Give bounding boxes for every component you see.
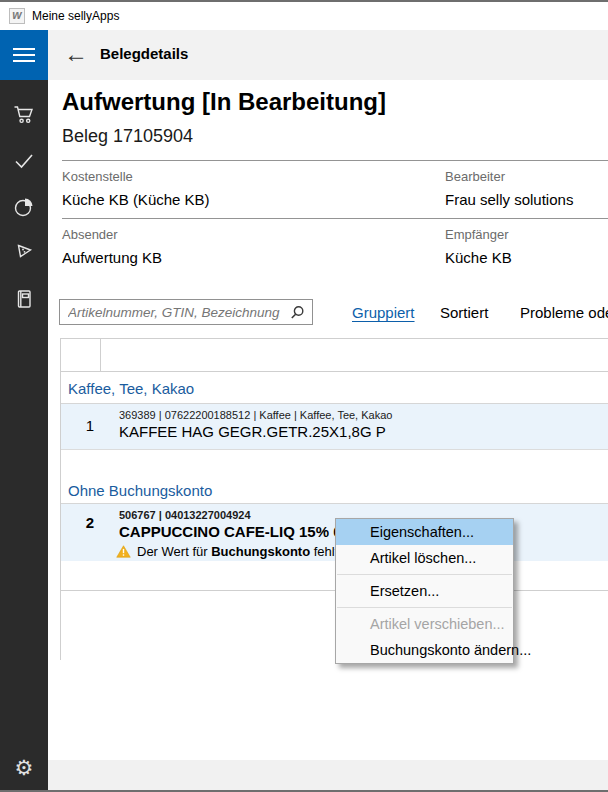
- field-absender: Absender Aufwertung KB: [62, 227, 162, 266]
- window-titlebar: w Meine sellyApps: [0, 2, 608, 30]
- check-icon: [13, 150, 35, 172]
- app-header: ← Belegdetails: [0, 30, 608, 80]
- divider: [62, 218, 608, 219]
- sidebar-item-settings[interactable]: ⚙: [0, 746, 48, 790]
- context-menu: Eigenschaften... Artikel löschen... Erse…: [335, 518, 514, 664]
- sidebar-item-reports[interactable]: [0, 184, 48, 230]
- menu-separator: [337, 574, 512, 575]
- view-tab-sortiert[interactable]: Sortiert: [440, 304, 488, 321]
- article-list: Kaffee, Tee, Kakao 1 369389 | 0762220018…: [60, 338, 608, 660]
- hamburger-menu-button[interactable]: [0, 30, 48, 80]
- row-number: 2: [61, 504, 101, 561]
- flag-icon: [13, 242, 35, 264]
- sidebar-item-labels[interactable]: [0, 230, 48, 276]
- menu-item-artikel-loeschen[interactable]: Artikel löschen...: [336, 545, 513, 571]
- field-value: Frau selly solutions: [445, 191, 573, 208]
- article-meta: 369389 | 07622200188512 | Kaffee | Kaffe…: [119, 409, 608, 421]
- window-border-top: [0, 0, 608, 2]
- row-number: 1: [61, 404, 101, 449]
- menu-item-artikel-verschieben: Artikel verschieben...: [336, 611, 513, 637]
- field-value: Küche KB (Küche KB): [62, 191, 210, 208]
- group-header-ohne-buchungskonto[interactable]: Ohne Buchungskonto: [61, 479, 608, 504]
- article-title: KAFFEE HAG GEGR.GETR.25X1,8G P: [119, 423, 608, 440]
- hamburger-icon: [13, 48, 35, 50]
- search-input[interactable]: [68, 300, 280, 324]
- warning-field-name: Buchungskonto: [211, 544, 310, 559]
- menu-item-eigenschaften[interactable]: Eigenschaften...: [336, 519, 513, 545]
- sidebar-item-catalog[interactable]: [0, 276, 48, 322]
- field-label: Absender: [62, 227, 162, 242]
- back-arrow-icon: ←: [64, 40, 88, 68]
- list-header-number-column: [61, 339, 101, 371]
- sidebar: ⚙: [0, 80, 48, 792]
- window-title: Meine sellyApps: [32, 9, 119, 23]
- bottom-bar: [48, 760, 608, 790]
- field-label: Empfänger: [445, 227, 512, 242]
- field-bearbeiter: Bearbeiter Frau selly solutions: [445, 169, 573, 208]
- settings-gear-icon: ⚙: [15, 756, 34, 780]
- view-tab-probleme[interactable]: Probleme oder Fehler: [520, 304, 608, 321]
- document-title: Aufwertung [In Bearbeitung]: [62, 88, 386, 116]
- sidebar-item-tasks[interactable]: [0, 138, 48, 184]
- field-empfaenger: Empfänger Küche KB: [445, 227, 512, 266]
- field-label: Kostenstelle: [62, 169, 210, 184]
- field-label: Bearbeiter: [445, 169, 573, 184]
- list-spacer: [61, 450, 608, 479]
- pie-chart-icon: [13, 196, 35, 218]
- search-icon[interactable]: [290, 305, 305, 320]
- menu-item-buchungskonto-aendern[interactable]: Buchungskonto ändern...: [336, 637, 513, 663]
- field-value: Küche KB: [445, 249, 512, 266]
- divider: [62, 160, 608, 161]
- list-header-row: [61, 339, 608, 372]
- sidebar-item-cart[interactable]: [0, 92, 48, 138]
- menu-separator: [337, 607, 512, 608]
- back-button[interactable]: ←: [58, 36, 94, 72]
- page-header-title: Belegdetails: [100, 45, 188, 62]
- cart-icon: [13, 104, 35, 126]
- warning-triangle-icon: [116, 545, 131, 558]
- app-logo-icon: w: [9, 8, 25, 24]
- document-number: Beleg 17105904: [62, 126, 193, 147]
- menu-item-ersetzen[interactable]: Ersetzen...: [336, 578, 513, 604]
- article-row-1[interactable]: 1 369389 | 07622200188512 | Kaffee | Kaf…: [61, 404, 608, 450]
- field-kostenstelle: Kostenstelle Küche KB (Küche KB): [62, 169, 210, 208]
- warning-text-prefix: Der Wert für: [137, 544, 211, 559]
- field-value: Aufwertung KB: [62, 249, 162, 266]
- group-header-kaffee[interactable]: Kaffee, Tee, Kakao: [61, 372, 608, 404]
- view-tab-gruppiert[interactable]: Gruppiert: [352, 304, 415, 321]
- book-icon: [13, 288, 35, 310]
- article-search-box: [59, 299, 313, 325]
